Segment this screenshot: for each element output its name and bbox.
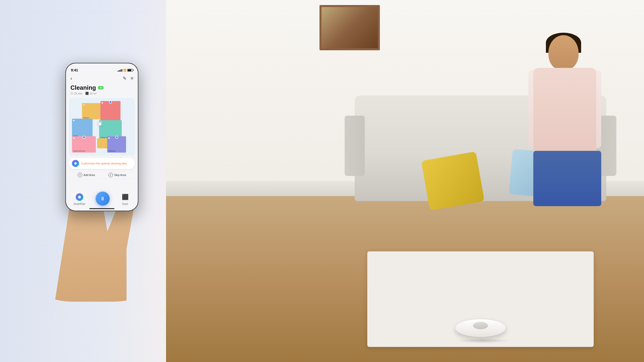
- skip-area-button[interactable]: ✓ Skip Area: [108, 173, 126, 177]
- floor-map[interactable]: Kitchen Dining room Study Living room: [69, 98, 135, 156]
- header-actions: ✎ ≡: [123, 76, 133, 81]
- signal-bars: [118, 69, 122, 72]
- area-value: 16 m²: [90, 92, 97, 95]
- smart-plan-svg: [77, 195, 82, 199]
- robot-body: [455, 319, 506, 337]
- add-area-label: Add Area: [84, 173, 95, 176]
- skip-area-label: Skip Area: [114, 173, 126, 176]
- add-area-button[interactable]: + Add Area: [78, 173, 95, 177]
- room-study[interactable]: Study: [72, 119, 93, 138]
- phone-screen: 9:41 📶 ‹: [66, 63, 138, 211]
- robot-vacuum: [455, 319, 506, 339]
- title-stats: ⏱ 24 min ⬛ 16 m²: [70, 92, 133, 95]
- picture-inner: [321, 7, 378, 48]
- smart-plan-label: SmartPlan: [74, 203, 86, 205]
- room-pin-guest: [83, 136, 86, 139]
- title-row: Cleaning AI: [70, 84, 133, 91]
- room-dot-study: [73, 120, 75, 121]
- page-title: Cleaning: [70, 84, 96, 91]
- smart-plan-icon: [76, 193, 83, 201]
- area-stat: ⬛ 16 m²: [85, 92, 97, 95]
- room-label-bedroom: Bedroom: [108, 150, 115, 152]
- dock-nav[interactable]: ⬛ Dock: [120, 192, 130, 205]
- area-icon: ⬛: [85, 92, 89, 95]
- room-dining[interactable]: Dining room: [100, 101, 120, 122]
- room-guest[interactable]: Guest bedroom: [72, 136, 96, 153]
- room-small-yellow[interactable]: [97, 138, 108, 148]
- dock-label: Dock: [122, 203, 128, 205]
- room-dot-kitchen: [83, 104, 85, 106]
- ai-sparkle-icon: [74, 162, 77, 165]
- person-legs: [533, 151, 601, 206]
- title-area: Cleaning AI ⏱ 24 min ⬛ 16 m²: [66, 83, 138, 96]
- room-bedroom[interactable]: Bedroom: [107, 136, 126, 153]
- smart-plan-icon-wrap: [74, 192, 85, 202]
- status-bar: 9:41 📶: [66, 63, 138, 73]
- room-label-kitchen: Kitchen: [83, 117, 89, 119]
- home-indicator: [89, 208, 114, 209]
- signal-bar-3: [120, 70, 121, 72]
- menu-icon[interactable]: ≡: [131, 76, 133, 81]
- skip-area-icon: ✓: [108, 173, 113, 177]
- map-robot-position: [98, 122, 102, 126]
- dock-icon: ⬛: [122, 194, 129, 200]
- room-dot-bedroom: [108, 137, 110, 139]
- robot-shadow: [455, 338, 511, 343]
- wifi-icon: 📶: [123, 69, 126, 72]
- person-body: [533, 68, 596, 156]
- edit-icon[interactable]: ✎: [123, 76, 127, 81]
- back-button[interactable]: ‹: [70, 75, 72, 81]
- battery-icon: [127, 69, 133, 72]
- pause-nav[interactable]: ⏸: [96, 192, 110, 206]
- room-kitchen[interactable]: Kitchen: [82, 103, 101, 119]
- ai-badge: AI: [98, 86, 104, 89]
- status-icons: 📶: [118, 69, 133, 72]
- suggest-ai-icon: [72, 160, 79, 167]
- time-icon: ⏱: [70, 92, 73, 95]
- suggestion-text: Customizes the optimal cleaning plan: [81, 162, 127, 165]
- battery-tip: [133, 70, 134, 71]
- room-dot-dining: [101, 102, 103, 104]
- picture-frame: [319, 5, 380, 50]
- phone: 9:41 📶 ‹: [65, 63, 138, 211]
- battery-fill: [128, 69, 131, 71]
- signal-bar-4: [122, 69, 122, 72]
- person: [513, 35, 619, 211]
- hand-holding-phone: 9:41 📶 ‹: [25, 50, 164, 302]
- signal-bar-2: [119, 70, 120, 72]
- add-area-icon: +: [78, 173, 82, 177]
- sofa-arm-left: [345, 116, 365, 176]
- dock-icon-wrap: ⬛: [120, 192, 130, 202]
- pause-icon: ⏸: [100, 196, 105, 202]
- action-row: + Add Area ✓ Skip Area: [66, 171, 138, 179]
- bottom-nav: SmartPlan ⏸ ⬛ Dock: [66, 192, 138, 206]
- time-stat: ⏱ 24 min: [70, 92, 82, 95]
- room-dot-guest: [73, 137, 75, 139]
- smart-plan-nav[interactable]: SmartPlan: [74, 192, 86, 205]
- time-value: 24 min: [74, 92, 82, 95]
- robot-top: [473, 322, 488, 329]
- app-header: ‹ ✎ ≡: [66, 73, 138, 83]
- signal-bar-1: [118, 71, 118, 72]
- room-label-guest: Guest bedroom: [73, 150, 85, 152]
- smart-suggestion[interactable]: Customizes the optimal cleaning plan: [69, 158, 135, 169]
- room-pin-dining: [109, 101, 112, 104]
- person-head: [548, 35, 579, 70]
- pillow-yellow: [421, 151, 484, 210]
- pause-button[interactable]: ⏸: [96, 192, 110, 206]
- status-time: 9:41: [71, 68, 78, 72]
- room-pin-bedroom: [115, 136, 118, 139]
